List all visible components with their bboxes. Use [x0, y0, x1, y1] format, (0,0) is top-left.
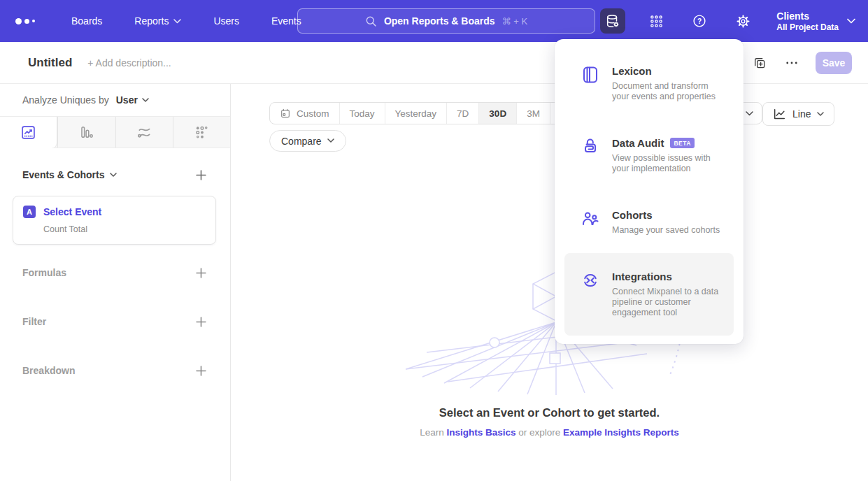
integrations-sync-icon — [581, 271, 600, 318]
primary-nav: Boards Reports Users Events — [71, 15, 301, 27]
cohorts-users-icon — [581, 209, 600, 236]
help-button[interactable]: ? — [687, 8, 712, 34]
menu-item-cohorts[interactable]: Cohorts Manage your saved cohorts — [564, 192, 734, 253]
formulas-label: Formulas — [22, 267, 66, 278]
analyze-label: Analyze Uniques by — [22, 94, 109, 106]
events-section-toggle[interactable]: Events & Cohorts — [22, 169, 117, 180]
data-audit-lock-icon — [581, 137, 600, 174]
compare-button[interactable]: Compare — [269, 130, 346, 152]
report-header-actions: Save — [751, 52, 852, 74]
menu-item-lexicon[interactable]: Lexicon Document and transform your even… — [564, 48, 734, 120]
plus-icon — [196, 317, 206, 327]
menu-item-description: Connect Mixpanel to a data pipeline or c… — [612, 287, 727, 318]
date-range-yesterday[interactable]: Yesterday — [385, 103, 448, 124]
chevron-down-icon — [142, 98, 149, 103]
duplicate-icon — [753, 56, 767, 70]
mixpanel-logo-icon[interactable] — [15, 18, 39, 24]
search-icon — [365, 15, 377, 27]
menu-item-title: Cohorts — [612, 209, 720, 221]
chart-toolbar: Custom Today Yesterday 7D 30D 3M 6M Line — [269, 102, 834, 126]
top-nav: Boards Reports Users Events Open Reports… — [0, 0, 868, 42]
empty-state-subtitle: Learn Insights Basics or explore Example… — [231, 427, 868, 438]
filter-section-header: Filter — [0, 315, 230, 329]
search-placeholder: Open Reports & Boards — [384, 15, 495, 27]
project-scope: All Project Data — [776, 22, 839, 33]
chevron-down-icon — [746, 111, 753, 116]
nav-item-users[interactable]: Users — [213, 15, 239, 27]
more-options-button[interactable] — [783, 55, 800, 71]
line-chart-icon — [773, 108, 786, 120]
event-aggregation-label[interactable]: Count Total — [43, 224, 206, 234]
breakdown-section-header: Breakdown — [0, 364, 230, 378]
event-selector-card[interactable]: A Select Event Count Total — [13, 196, 216, 245]
gear-icon — [736, 14, 750, 29]
add-filter-button[interactable] — [194, 315, 208, 329]
add-event-button[interactable] — [194, 168, 208, 182]
date-range-7d[interactable]: 7D — [447, 103, 479, 124]
kebab-menu-icon — [785, 56, 799, 70]
add-formula-button[interactable] — [194, 266, 208, 280]
plus-icon — [196, 170, 206, 180]
database-gear-icon — [605, 13, 620, 29]
svg-text:?: ? — [697, 17, 702, 25]
line-chart-tab-icon — [20, 124, 36, 141]
org-name: Clients — [776, 10, 839, 22]
plus-icon — [196, 268, 206, 278]
chart-type-selector[interactable]: Line — [762, 102, 834, 126]
bar-chart-tab-icon — [78, 124, 94, 141]
chevron-down-icon — [327, 138, 334, 143]
nav-item-reports[interactable]: Reports — [134, 15, 181, 27]
chevron-down-icon — [173, 19, 181, 24]
tab-bar-chart[interactable] — [57, 117, 115, 148]
beta-badge: BETA — [670, 138, 695, 148]
add-breakdown-button[interactable] — [194, 364, 208, 378]
dots-grid-tab-icon — [194, 124, 210, 141]
menu-item-description: Document and transform your events and p… — [612, 81, 727, 102]
duplicate-button[interactable] — [751, 55, 768, 71]
date-range-today[interactable]: Today — [340, 103, 385, 124]
filter-label: Filter — [22, 316, 46, 327]
settings-button[interactable] — [730, 8, 755, 34]
empty-state: Select an Event or Cohort to get started… — [231, 406, 868, 438]
lexicon-book-icon — [581, 65, 600, 102]
calendar-icon — [280, 108, 291, 119]
chevron-down-icon — [817, 112, 824, 117]
date-range-custom[interactable]: Custom — [270, 103, 340, 124]
insights-basics-link[interactable]: Insights Basics — [446, 427, 515, 438]
menu-item-title: Lexicon — [612, 65, 727, 77]
tab-line-chart[interactable] — [0, 117, 57, 148]
menu-item-integrations[interactable]: Integrations Connect Mixpanel to a data … — [564, 253, 734, 336]
menu-item-title: Integrations — [612, 271, 727, 282]
data-management-button[interactable] — [600, 8, 625, 34]
project-selector[interactable]: Clients All Project Data — [776, 10, 855, 33]
search-input[interactable]: Open Reports & Boards ⌘ + K — [297, 8, 595, 34]
apps-grid-button[interactable] — [643, 8, 669, 34]
menu-item-description: View possible issues with your implement… — [612, 153, 727, 174]
report-title[interactable]: Untitled — [28, 56, 72, 70]
menu-item-data-audit[interactable]: Data Audit BETA View possible issues wit… — [564, 120, 734, 192]
date-range-3m[interactable]: 3M — [517, 103, 550, 124]
select-event-label[interactable]: Select Event — [43, 206, 101, 217]
data-management-menu: Lexicon Document and transform your even… — [555, 39, 744, 344]
save-button[interactable]: Save — [816, 52, 852, 74]
report-description-field[interactable]: + Add description... — [87, 57, 171, 69]
search-shortcut: ⌘ + K — [502, 16, 528, 27]
plus-icon — [196, 366, 206, 376]
example-reports-link[interactable]: Example Insights Reports — [563, 427, 679, 438]
help-icon: ? — [692, 13, 707, 29]
menu-item-description: Manage your saved cohorts — [612, 225, 720, 236]
events-section-header: Events & Cohorts — [0, 168, 230, 182]
report-canvas: Custom Today Yesterday 7D 30D 3M 6M Line — [231, 84, 868, 481]
date-range-30d[interactable]: 30D — [479, 103, 517, 124]
nav-item-boards[interactable]: Boards — [71, 15, 102, 27]
tab-flow[interactable] — [115, 117, 173, 148]
tab-retention-grid[interactable] — [173, 117, 230, 148]
visualization-tabs — [0, 116, 230, 148]
menu-item-title: Data Audit — [612, 137, 664, 149]
event-series-badge: A — [23, 206, 36, 218]
flow-tab-icon — [136, 124, 152, 141]
apps-grid-icon — [649, 14, 664, 29]
analyze-unit-dropdown[interactable]: User — [116, 94, 149, 106]
empty-state-title: Select an Event or Cohort to get started… — [231, 406, 868, 419]
formulas-section-header: Formulas — [0, 266, 230, 280]
